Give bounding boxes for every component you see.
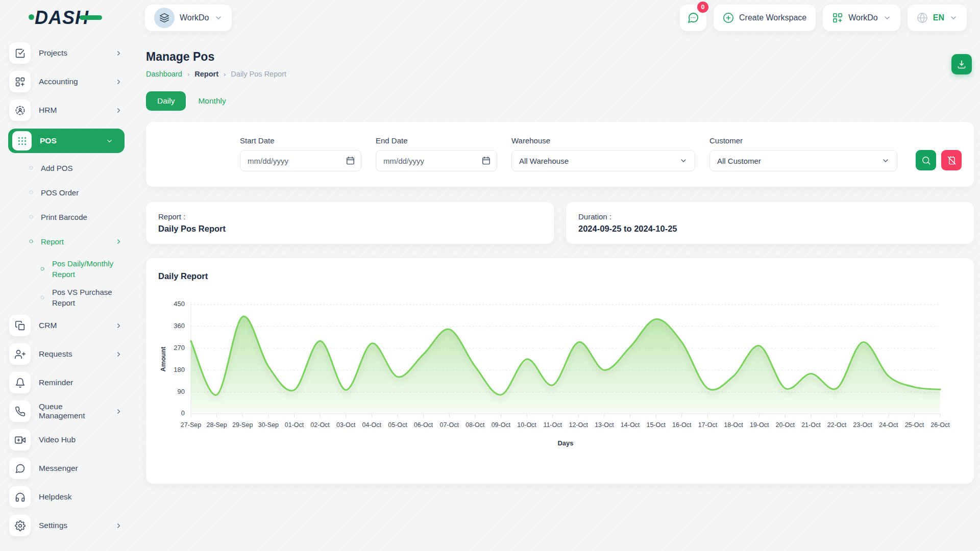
crm-icon [9, 315, 31, 336]
tab-daily[interactable]: Daily [146, 91, 186, 111]
sidebar-item-crm[interactable]: CRM [8, 315, 134, 336]
chevron-right-icon [115, 322, 122, 330]
y-tick-label: 270 [174, 344, 185, 352]
x-tick-label: 14-Oct [621, 421, 640, 429]
video-icon [9, 429, 31, 450]
sidebar-item-label: Settings [39, 521, 107, 530]
chevron-right-icon [115, 238, 122, 245]
sidebar-item-settings[interactable]: Settings [8, 515, 134, 536]
sidebar-item-accounting[interactable]: Accounting [8, 71, 134, 92]
x-axis-title: Days [557, 439, 573, 447]
sidebar-item-label: Messenger [39, 464, 134, 473]
sidebar-item-label: Accounting [39, 77, 107, 86]
sidebar-item-add-pos[interactable]: Add POS [8, 160, 134, 176]
accounting-icon [9, 71, 31, 92]
x-tick-label: 29-Sep [232, 421, 253, 429]
search-button[interactable] [916, 150, 936, 170]
sidebar-item-label: Requests [39, 349, 107, 359]
chart-title: Daily Report [158, 271, 962, 281]
app-logo[interactable]: DASH [0, 7, 134, 29]
x-tick-label: 15-Oct [646, 421, 666, 429]
projects-icon [9, 42, 31, 64]
sidebar-item-label: POS [40, 136, 97, 145]
sidebar-item-label: CRM [39, 321, 107, 330]
y-tick-label: 450 [174, 300, 185, 308]
breadcrumb: Dashboard›Report›Daily Pos Report [146, 70, 974, 78]
requests-icon [9, 343, 31, 365]
x-tick-label: 30-Sep [258, 421, 279, 429]
warehouse-select[interactable]: All Warehouse [511, 150, 695, 171]
x-tick-label: 08-Oct [465, 421, 485, 429]
x-tick-label: 28-Sep [206, 421, 227, 429]
x-tick-label: 09-Oct [492, 421, 511, 429]
x-tick-label: 07-Oct [439, 421, 459, 429]
duration-value: 2024-09-25 to 2024-10-25 [578, 224, 962, 234]
messenger-icon [9, 458, 31, 479]
workspace-selector[interactable]: WorkDo [145, 5, 232, 31]
end-date-input[interactable] [376, 150, 497, 171]
x-tick-label: 10-Oct [517, 421, 536, 429]
sidebar-item-reminder[interactable]: Reminder [8, 372, 134, 393]
download-button[interactable] [951, 54, 972, 74]
bullet-circle-icon [29, 165, 34, 170]
chevron-right-icon [115, 522, 122, 530]
language-menu[interactable]: EN [908, 5, 967, 31]
sidebar-item-pos-daily-monthly-report[interactable]: Pos Daily/Monthly Report [8, 258, 134, 280]
reminder-icon [9, 372, 31, 393]
start-date-input[interactable] [240, 150, 361, 171]
x-tick-label: 18-Oct [724, 421, 743, 429]
sidebar-item-label: Pos Daily/Monthly Report [52, 258, 134, 280]
logo-dash-icon [80, 15, 102, 20]
sidebar-item-report[interactable]: Report [8, 234, 134, 249]
messages-button[interactable]: 0 [680, 5, 706, 31]
download-icon [957, 59, 967, 69]
x-tick-label: 12-Oct [569, 421, 589, 429]
chevron-right-icon [115, 408, 122, 415]
x-tick-label: 25-Oct [905, 421, 924, 429]
plus-circle-icon [723, 12, 734, 23]
y-tick-label: 90 [178, 388, 185, 395]
x-tick-label: 03-Oct [336, 421, 356, 429]
sidebar-item-requests[interactable]: Requests [8, 344, 134, 364]
reset-filter-button[interactable] [941, 150, 962, 170]
sidebar-item-label: Video Hub [39, 435, 134, 444]
x-tick-label: 21-Oct [801, 421, 821, 429]
sidebar-item-hrm[interactable]: HRM [8, 100, 134, 120]
account-menu[interactable]: WorkDo [823, 5, 900, 31]
messages-badge: 0 [697, 2, 708, 13]
customer-select[interactable]: All Customer [709, 150, 897, 171]
sidebar: ProjectsAccountingHRMPOSAdd POSPOS Order… [0, 36, 134, 551]
sidebar-item-print-barcode[interactable]: Print Barcode [8, 209, 134, 224]
report-summary-card: Report : Daily Pos Report [146, 202, 554, 244]
chevron-right-icon [115, 107, 122, 114]
start-date-label: Start Date [240, 136, 361, 145]
globe-icon [917, 12, 928, 23]
workspace-avatar [154, 8, 175, 28]
sidebar-item-pos-order[interactable]: POS Order [8, 185, 134, 200]
sidebar-item-messenger[interactable]: Messenger [8, 458, 134, 479]
sidebar-item-video-hub[interactable]: Video Hub [8, 430, 134, 450]
sidebar-item-pos-vs-purchase-report[interactable]: Pos VS Purchase Report [8, 287, 134, 308]
chevron-down-icon [106, 137, 113, 145]
sidebar-item-helpdesk[interactable]: Helpdesk [8, 487, 134, 507]
breadcrumb-item-report: Report [194, 70, 218, 78]
sidebar-item-queue-management[interactable]: Queue Management [8, 401, 134, 421]
sidebar-item-label: Pos VS Purchase Report [52, 287, 134, 308]
create-workspace-label: Create Workspace [739, 13, 806, 22]
end-date-field: End Date [376, 136, 497, 171]
pos-icon [12, 131, 32, 151]
sidebar-item-pos[interactable]: POS [8, 129, 125, 153]
create-workspace-button[interactable]: Create Workspace [714, 5, 816, 31]
sidebar-item-projects[interactable]: Projects [8, 43, 134, 63]
breadcrumb-item-dashboard[interactable]: Dashboard [146, 70, 182, 78]
warehouse-selected-value: All Warehouse [519, 157, 569, 165]
x-tick-label: 01-Oct [285, 421, 304, 429]
x-tick-label: 23-Oct [853, 421, 872, 429]
chevron-down-icon [949, 14, 958, 22]
tab-monthly[interactable]: Monthly [195, 91, 229, 111]
bullet-circle-icon [29, 190, 34, 195]
chevron-down-icon [883, 14, 891, 22]
customer-field: Customer All Customer [709, 136, 897, 171]
end-date-label: End Date [376, 136, 497, 145]
x-tick-label: 27-Sep [181, 421, 201, 429]
